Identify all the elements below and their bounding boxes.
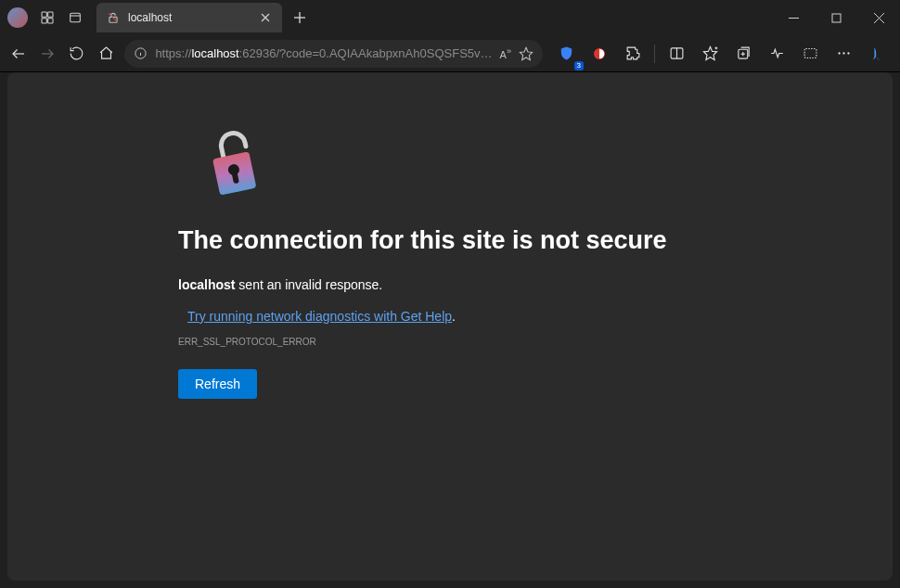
extension-badge: 3 (574, 61, 584, 70)
copilot-icon[interactable] (861, 39, 893, 69)
adblock-icon[interactable] (584, 39, 615, 69)
extensions-icon[interactable] (617, 39, 649, 69)
workspaces-icon[interactable] (39, 9, 56, 26)
split-screen-icon[interactable] (661, 39, 692, 69)
error-heading: The connection for this site is not secu… (178, 226, 893, 255)
toolbar-right: 3 (550, 39, 893, 69)
url-text: https://localhost:62936/?code=0.AQIAAkab… (155, 46, 492, 60)
browser-essentials-icon[interactable] (794, 39, 826, 69)
not-secure-icon (106, 10, 121, 25)
unlocked-padlock-icon (206, 128, 271, 200)
svg-point-32 (838, 52, 840, 54)
viewport: The connection for this site is not secu… (7, 72, 893, 581)
favorite-icon[interactable] (519, 46, 534, 61)
divider (654, 45, 655, 63)
address-bar[interactable]: https://localhost:62936/?code=0.AQIAAkab… (124, 40, 543, 68)
svg-marker-21 (520, 47, 532, 59)
svg-rect-3 (48, 19, 53, 23)
forward-button[interactable] (37, 39, 59, 69)
svg-rect-1 (48, 12, 53, 17)
svg-rect-31 (804, 49, 816, 58)
diagnostics-line: Try running network diagnostics with Get… (187, 309, 893, 324)
svg-point-34 (847, 52, 849, 54)
browser-tab[interactable]: localhost (96, 3, 282, 32)
tab-actions-icon[interactable] (67, 9, 84, 26)
close-window-button[interactable] (857, 0, 900, 35)
diagnostics-link[interactable]: Try running network diagnostics with Get… (187, 309, 452, 324)
read-aloud-icon[interactable]: A» (500, 46, 511, 60)
svg-rect-4 (71, 13, 81, 21)
site-info-icon[interactable] (134, 46, 148, 60)
svg-rect-2 (42, 19, 46, 23)
home-button[interactable] (96, 39, 118, 69)
error-page: The connection for this site is not secu… (7, 72, 893, 581)
svg-point-33 (842, 52, 844, 54)
collections-icon[interactable] (727, 39, 759, 69)
close-tab-icon[interactable] (258, 10, 273, 25)
refresh-page-button[interactable]: Refresh (178, 369, 257, 399)
tab-title: localhost (128, 11, 172, 24)
favorites-icon[interactable] (694, 39, 726, 69)
minimize-button[interactable] (772, 0, 815, 35)
extension-shield-icon[interactable]: 3 (550, 39, 582, 69)
svg-marker-25 (703, 46, 716, 59)
error-code: ERR_SSL_PROTOCOL_ERROR (178, 337, 893, 347)
svg-rect-0 (42, 12, 46, 17)
error-message: localhost sent an invalid response. (178, 277, 893, 292)
refresh-button[interactable] (66, 39, 88, 69)
profile-avatar[interactable] (7, 7, 28, 28)
toolbar: https://localhost:62936/?code=0.AQIAAkab… (0, 35, 900, 72)
health-icon[interactable] (761, 39, 792, 69)
window-controls (772, 0, 900, 35)
back-button[interactable] (7, 39, 30, 69)
new-tab-button[interactable] (286, 4, 314, 32)
titlebar: localhost (0, 0, 900, 35)
maximize-button[interactable] (815, 0, 857, 35)
svg-rect-13 (832, 14, 841, 22)
settings-more-icon[interactable] (828, 39, 859, 69)
